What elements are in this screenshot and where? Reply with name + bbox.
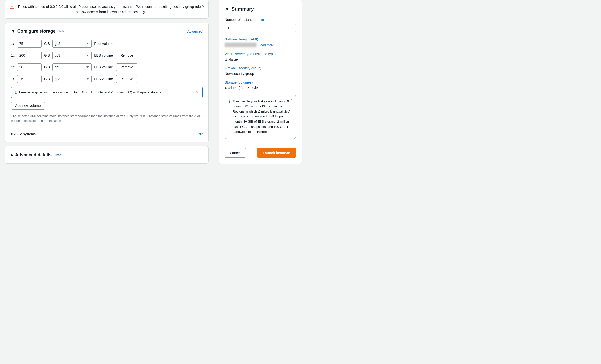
action-row: Cancel Launch instance (225, 144, 296, 158)
file-systems-label: 0 x File systems (11, 132, 36, 136)
firewall-label[interactable]: Firewall (security group) (225, 66, 296, 70)
volume-unit-1: GiB (44, 53, 50, 57)
summary-title-text: Summary (232, 6, 254, 12)
volume-size-input-3[interactable] (17, 75, 42, 83)
volume-label-3: EBS volume (94, 77, 114, 81)
volume-label-1: EBS volume (94, 53, 114, 57)
remove-volume-button-2[interactable]: Remove (116, 63, 137, 71)
configure-storage-info-link[interactable]: Info (59, 29, 65, 33)
free-tier-notice-text: Free tier eligible customers can get up … (19, 91, 193, 94)
free-tier-notice: ℹ Free tier eligible customers can get u… (11, 87, 203, 98)
firewall-value: New security group (225, 72, 296, 76)
free-tier-notice-close[interactable]: × (196, 90, 198, 95)
summary-card: ▼ Summary Number of instances Info Softw… (219, 0, 302, 164)
configure-storage-title: Configure storage (17, 29, 55, 34)
advanced-details-section: ▶ Advanced details Info (5, 146, 209, 164)
volume-row-ebs-1: 1x GiB gp2 gp3 io1 io2 EBS volume Remove (11, 52, 203, 59)
edit-file-systems-link[interactable]: Edit (197, 132, 203, 136)
ami-blurred-value (225, 43, 257, 47)
volume-type-select-3[interactable]: gp2 gp3 io1 io2 (52, 75, 92, 83)
advanced-details-title: ▶ Advanced details Info (11, 152, 203, 157)
launch-instance-button[interactable]: Launch instance (257, 148, 296, 158)
number-of-instances-input[interactable] (225, 24, 296, 32)
sidebar: ▼ Summary Number of instances Info Softw… (214, 0, 307, 364)
advanced-details-info-link[interactable]: Info (55, 153, 61, 157)
ami-row: .read more (225, 43, 296, 47)
summary-title: ▼ Summary (225, 6, 296, 12)
section-header: ▼ Configure storage Info Advanced (11, 29, 203, 34)
info-icon-free-tier: ℹ (15, 90, 17, 95)
volume-type-select-2[interactable]: gp2 gp3 io1 io2 (52, 63, 92, 71)
instances-label-text: Number of instances (225, 18, 256, 22)
storage-label[interactable]: Storage (volumes) (225, 80, 296, 84)
instances-info-link[interactable]: Info (259, 18, 264, 22)
cancel-button[interactable]: Cancel (225, 148, 246, 158)
free-tier-box: × ℹ Free tier: In your first year includ… (225, 95, 296, 139)
free-tier-box-text: Free tier: In your first year includes 7… (233, 99, 292, 135)
volume-row-root: 1x GiB gp2 gp3 io1 io2 st1 sc1 standard … (11, 40, 203, 48)
volume-unit-3: GiB (44, 77, 50, 81)
volume-label-2: EBS volume (94, 65, 114, 69)
volume-size-input-0[interactable] (17, 40, 42, 48)
number-of-instances-label: Number of instances Info (225, 18, 296, 22)
volume-unit-0: GiB (44, 42, 50, 46)
volume-type-select-1[interactable]: gp2 gp3 io1 io2 (52, 52, 92, 59)
volume-unit-2: GiB (44, 65, 50, 69)
file-systems-row: 0 x File systems Edit (11, 128, 203, 136)
free-tier-description: In your first year includes 750 hours of… (233, 99, 290, 134)
volume-row-ebs-2: 1x GiB gp2 gp3 io1 io2 EBS volume Remove (11, 63, 203, 71)
free-tier-box-close[interactable]: × (290, 98, 293, 102)
summary-triangle: ▼ (225, 6, 230, 12)
expand-triangle[interactable]: ▶ (11, 153, 13, 157)
collapse-triangle[interactable]: ▼ (11, 29, 15, 34)
virtual-server-label[interactable]: Virtual server type (instance type) (225, 52, 296, 56)
warning-close-button[interactable]: × (202, 4, 205, 9)
software-image-label[interactable]: Software Image (AMI) (225, 37, 296, 41)
ami-note: The selected AMI contains more instance … (11, 114, 203, 123)
storage-value: 4 volume(s) - 350 GiB (225, 86, 296, 90)
free-tier-title: Free tier: (233, 99, 246, 103)
advanced-details-label: Advanced details (15, 152, 52, 157)
volume-size-input-2[interactable] (17, 63, 42, 71)
configure-storage-section: ▼ Configure storage Info Advanced 1x GiB… (5, 23, 209, 142)
free-tier-info-icon: ℹ (229, 99, 230, 104)
volume-size-input-1[interactable] (17, 52, 42, 59)
warning-banner: ⚠ Rules with source of 0.0.0.0/0 allow a… (5, 0, 209, 19)
volume-multiplier-0: 1x (11, 42, 15, 46)
remove-volume-button-1[interactable]: Remove (116, 52, 137, 59)
volume-multiplier-1: 1x (11, 53, 15, 57)
volume-multiplier-3: 1x (11, 77, 15, 81)
volume-type-select-0[interactable]: gp2 gp3 io1 io2 st1 sc1 standard (52, 40, 92, 48)
advanced-link[interactable]: Advanced (187, 29, 203, 33)
read-more-link[interactable]: .read more (259, 43, 274, 47)
warning-text: Rules with source of 0.0.0.0/0 allow all… (17, 4, 204, 14)
volume-row-ebs-3: 1x GiB gp2 gp3 io1 io2 EBS volume Remove (11, 75, 203, 83)
section-title: ▼ Configure storage Info (11, 29, 65, 34)
volume-label-0: Root volume (94, 42, 114, 46)
volume-multiplier-2: 1x (11, 65, 15, 69)
warning-icon: ⚠ (10, 4, 14, 10)
remove-volume-button-3[interactable]: Remove (116, 75, 137, 83)
instance-type-value: t3.xlarge (225, 57, 296, 61)
free-tier-box-header: ℹ Free tier: In your first year includes… (229, 99, 292, 135)
add-new-volume-button[interactable]: Add new volume (11, 102, 45, 110)
